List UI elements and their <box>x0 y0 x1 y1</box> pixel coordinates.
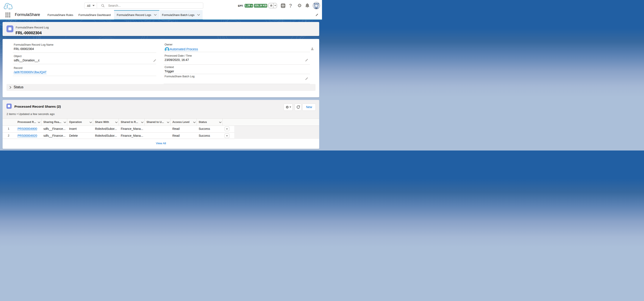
svg-text:s: s <box>8 6 10 10</box>
svg-text:f: f <box>6 4 8 9</box>
